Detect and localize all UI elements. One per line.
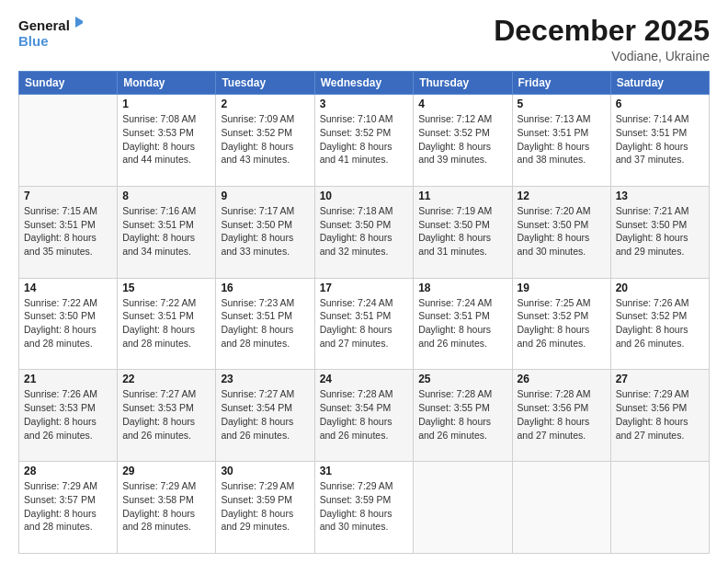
calendar-cell-w3-d3: 16Sunrise: 7:23 AMSunset: 3:51 PMDayligh… bbox=[216, 278, 314, 370]
calendar-cell-w1-d7: 6Sunrise: 7:14 AMSunset: 3:51 PMDaylight… bbox=[610, 95, 709, 187]
col-tuesday: Tuesday bbox=[216, 72, 314, 95]
day-info: Sunrise: 7:13 AMSunset: 3:51 PMDaylight:… bbox=[518, 112, 606, 167]
calendar-week-1: 1Sunrise: 7:08 AMSunset: 3:53 PMDaylight… bbox=[19, 95, 710, 187]
page: General Blue December 2025 Vodiane, Ukra… bbox=[0, 0, 728, 563]
calendar-week-4: 21Sunrise: 7:26 AMSunset: 3:53 PMDayligh… bbox=[19, 370, 710, 462]
day-info: Sunrise: 7:22 AMSunset: 3:51 PMDaylight:… bbox=[122, 296, 210, 350]
day-number: 5 bbox=[518, 98, 606, 110]
day-number: 24 bbox=[320, 373, 409, 385]
calendar-table: Sunday Monday Tuesday Wednesday Thursday… bbox=[18, 71, 710, 554]
day-number: 19 bbox=[518, 282, 606, 294]
calendar-cell-w2-d1: 7Sunrise: 7:15 AMSunset: 3:51 PMDaylight… bbox=[19, 186, 118, 278]
day-number: 25 bbox=[418, 373, 506, 385]
day-number: 26 bbox=[518, 373, 606, 385]
day-number: 30 bbox=[221, 465, 309, 477]
day-info: Sunrise: 7:29 AMSunset: 3:57 PMDaylight:… bbox=[24, 479, 112, 534]
header: General Blue December 2025 Vodiane, Ukra… bbox=[18, 15, 710, 63]
col-monday: Monday bbox=[118, 72, 216, 95]
day-number: 21 bbox=[24, 373, 112, 385]
day-info: Sunrise: 7:14 AMSunset: 3:51 PMDaylight:… bbox=[616, 112, 704, 167]
svg-text:General: General bbox=[18, 17, 70, 33]
day-number: 7 bbox=[24, 190, 112, 202]
calendar-week-2: 7Sunrise: 7:15 AMSunset: 3:51 PMDaylight… bbox=[19, 186, 710, 278]
calendar-cell-w5-d5 bbox=[414, 462, 512, 554]
calendar-cell-w2-d2: 8Sunrise: 7:16 AMSunset: 3:51 PMDaylight… bbox=[118, 186, 216, 278]
calendar-cell-w1-d5: 4Sunrise: 7:12 AMSunset: 3:52 PMDaylight… bbox=[414, 95, 512, 187]
calendar-cell-w1-d4: 3Sunrise: 7:10 AMSunset: 3:52 PMDaylight… bbox=[314, 95, 414, 187]
calendar-cell-w4-d3: 23Sunrise: 7:27 AMSunset: 3:54 PMDayligh… bbox=[216, 370, 314, 462]
day-info: Sunrise: 7:20 AMSunset: 3:50 PMDaylight:… bbox=[518, 204, 606, 259]
calendar-cell-w4-d7: 27Sunrise: 7:29 AMSunset: 3:56 PMDayligh… bbox=[610, 370, 709, 462]
day-number: 12 bbox=[518, 190, 606, 202]
day-info: Sunrise: 7:23 AMSunset: 3:51 PMDaylight:… bbox=[221, 296, 309, 350]
day-info: Sunrise: 7:26 AMSunset: 3:53 PMDaylight:… bbox=[24, 387, 112, 442]
day-info: Sunrise: 7:22 AMSunset: 3:50 PMDaylight:… bbox=[24, 296, 112, 350]
day-info: Sunrise: 7:29 AMSunset: 3:58 PMDaylight:… bbox=[122, 479, 210, 534]
day-number: 15 bbox=[122, 282, 210, 294]
calendar-cell-w2-d4: 10Sunrise: 7:18 AMSunset: 3:50 PMDayligh… bbox=[314, 186, 414, 278]
day-info: Sunrise: 7:16 AMSunset: 3:51 PMDaylight:… bbox=[122, 204, 210, 259]
calendar-cell-w5-d6 bbox=[512, 462, 610, 554]
day-number: 28 bbox=[24, 465, 112, 477]
day-number: 10 bbox=[320, 190, 409, 202]
calendar-week-5: 28Sunrise: 7:29 AMSunset: 3:57 PMDayligh… bbox=[19, 462, 710, 554]
day-number: 11 bbox=[418, 190, 506, 202]
day-info: Sunrise: 7:29 AMSunset: 3:59 PMDaylight:… bbox=[221, 479, 309, 534]
day-info: Sunrise: 7:24 AMSunset: 3:51 PMDaylight:… bbox=[418, 296, 506, 350]
day-info: Sunrise: 7:25 AMSunset: 3:52 PMDaylight:… bbox=[518, 296, 606, 350]
day-number: 4 bbox=[418, 98, 506, 110]
col-friday: Friday bbox=[512, 72, 610, 95]
svg-marker-2 bbox=[75, 17, 83, 28]
day-number: 18 bbox=[418, 282, 506, 294]
day-number: 8 bbox=[122, 190, 210, 202]
calendar-cell-w3-d6: 19Sunrise: 7:25 AMSunset: 3:52 PMDayligh… bbox=[512, 278, 610, 370]
day-number: 20 bbox=[616, 282, 704, 294]
calendar-cell-w5-d2: 29Sunrise: 7:29 AMSunset: 3:58 PMDayligh… bbox=[118, 462, 216, 554]
day-number: 9 bbox=[221, 190, 309, 202]
day-info: Sunrise: 7:15 AMSunset: 3:51 PMDaylight:… bbox=[24, 204, 112, 259]
calendar-cell-w4-d4: 24Sunrise: 7:28 AMSunset: 3:54 PMDayligh… bbox=[314, 370, 414, 462]
day-info: Sunrise: 7:12 AMSunset: 3:52 PMDaylight:… bbox=[418, 112, 506, 167]
svg-text:Blue: Blue bbox=[18, 33, 49, 49]
day-info: Sunrise: 7:27 AMSunset: 3:54 PMDaylight:… bbox=[221, 387, 309, 442]
calendar-cell-w3-d5: 18Sunrise: 7:24 AMSunset: 3:51 PMDayligh… bbox=[414, 278, 512, 370]
calendar-cell-w5-d7 bbox=[610, 462, 709, 554]
day-number: 13 bbox=[616, 190, 704, 202]
calendar-cell-w2-d3: 9Sunrise: 7:17 AMSunset: 3:50 PMDaylight… bbox=[216, 186, 314, 278]
calendar-cell-w4-d6: 26Sunrise: 7:28 AMSunset: 3:56 PMDayligh… bbox=[512, 370, 610, 462]
calendar-cell-w2-d7: 13Sunrise: 7:21 AMSunset: 3:50 PMDayligh… bbox=[610, 186, 709, 278]
subtitle: Vodiane, Ukraine bbox=[494, 49, 710, 63]
calendar-cell-w4-d5: 25Sunrise: 7:28 AMSunset: 3:55 PMDayligh… bbox=[414, 370, 512, 462]
calendar-cell-w3-d1: 14Sunrise: 7:22 AMSunset: 3:50 PMDayligh… bbox=[19, 278, 118, 370]
calendar-cell-w5-d3: 30Sunrise: 7:29 AMSunset: 3:59 PMDayligh… bbox=[216, 462, 314, 554]
day-number: 31 bbox=[320, 465, 409, 477]
day-number: 3 bbox=[320, 98, 409, 110]
calendar-cell-w5-d4: 31Sunrise: 7:29 AMSunset: 3:59 PMDayligh… bbox=[314, 462, 414, 554]
calendar-cell-w4-d1: 21Sunrise: 7:26 AMSunset: 3:53 PMDayligh… bbox=[19, 370, 118, 462]
calendar-cell-w2-d5: 11Sunrise: 7:19 AMSunset: 3:50 PMDayligh… bbox=[414, 186, 512, 278]
day-info: Sunrise: 7:24 AMSunset: 3:51 PMDaylight:… bbox=[320, 296, 409, 350]
logo: General Blue bbox=[18, 15, 83, 53]
day-number: 27 bbox=[616, 373, 704, 385]
day-number: 17 bbox=[320, 282, 409, 294]
col-thursday: Thursday bbox=[414, 72, 512, 95]
day-info: Sunrise: 7:27 AMSunset: 3:53 PMDaylight:… bbox=[122, 387, 210, 442]
title-block: December 2025 Vodiane, Ukraine bbox=[494, 15, 710, 63]
day-info: Sunrise: 7:09 AMSunset: 3:52 PMDaylight:… bbox=[221, 112, 309, 167]
day-info: Sunrise: 7:08 AMSunset: 3:53 PMDaylight:… bbox=[122, 112, 210, 167]
day-number: 6 bbox=[616, 98, 704, 110]
day-info: Sunrise: 7:17 AMSunset: 3:50 PMDaylight:… bbox=[221, 204, 309, 259]
calendar-cell-w1-d3: 2Sunrise: 7:09 AMSunset: 3:52 PMDaylight… bbox=[216, 95, 314, 187]
col-saturday: Saturday bbox=[610, 72, 709, 95]
calendar-cell-w1-d1 bbox=[19, 95, 118, 187]
day-info: Sunrise: 7:28 AMSunset: 3:54 PMDaylight:… bbox=[320, 387, 409, 442]
day-number: 23 bbox=[221, 373, 309, 385]
calendar-cell-w3-d4: 17Sunrise: 7:24 AMSunset: 3:51 PMDayligh… bbox=[314, 278, 414, 370]
col-sunday: Sunday bbox=[19, 72, 118, 95]
day-number: 1 bbox=[122, 98, 210, 110]
day-info: Sunrise: 7:29 AMSunset: 3:56 PMDaylight:… bbox=[616, 387, 704, 442]
calendar-cell-w3-d2: 15Sunrise: 7:22 AMSunset: 3:51 PMDayligh… bbox=[118, 278, 216, 370]
calendar-cell-w1-d2: 1Sunrise: 7:08 AMSunset: 3:53 PMDaylight… bbox=[118, 95, 216, 187]
day-info: Sunrise: 7:10 AMSunset: 3:52 PMDaylight:… bbox=[320, 112, 409, 167]
day-info: Sunrise: 7:18 AMSunset: 3:50 PMDaylight:… bbox=[320, 204, 409, 259]
